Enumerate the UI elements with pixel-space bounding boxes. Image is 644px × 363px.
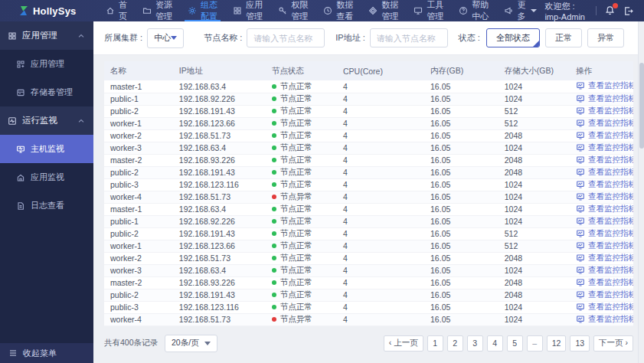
- chart-icon: [576, 315, 585, 324]
- status-dot-normal: [272, 133, 276, 138]
- nav-item-data-management[interactable]: 数据管理: [361, 0, 406, 21]
- cluster-label: 所属集群 :: [104, 32, 142, 44]
- prev-page-button[interactable]: ‹ 上一页: [384, 335, 423, 352]
- ip-input[interactable]: [370, 28, 448, 47]
- collapse-menu-label: 收起菜单: [23, 348, 57, 359]
- app-monitor-icon: [16, 173, 25, 182]
- view-metrics-link[interactable]: 查看监控指标: [576, 118, 633, 129]
- collapse-menu-button[interactable]: 收起菜单: [0, 343, 93, 363]
- page-button-1[interactable]: 1: [427, 335, 443, 352]
- cpu-cell: 4: [337, 252, 424, 264]
- sidebar-item-label: 应用监视: [31, 172, 64, 183]
- view-metrics-link[interactable]: 查看监控指标: [576, 228, 633, 239]
- sidebar-section-runtime-monitor-section[interactable]: 运行监视: [0, 106, 93, 135]
- page-button-4[interactable]: 4: [487, 335, 503, 352]
- view-metrics-link[interactable]: 查看监控指标: [576, 80, 633, 91]
- table-row: public-2192.168.191.43节点正常416.052048查看监控…: [104, 166, 633, 178]
- chart-icon: [576, 266, 585, 275]
- scrollbar-thumb[interactable]: [639, 63, 644, 149]
- nav-item-tools[interactable]: 工具管理: [406, 0, 451, 21]
- brand-logo[interactable]: HollySys: [0, 5, 93, 17]
- memory-cell: 16.05: [424, 129, 499, 142]
- view-metrics-link[interactable]: 查看监控指标: [576, 167, 633, 178]
- memory-cell: 16.05: [424, 276, 499, 289]
- table-row: worker-3192.168.63.4节点正常416.051024查看监控指标: [104, 142, 633, 154]
- nav-item-help-center[interactable]: 帮助中心: [451, 0, 496, 21]
- cluster-select[interactable]: 中心: [147, 28, 184, 48]
- view-metrics-link[interactable]: 查看监控指标: [576, 314, 633, 325]
- diamond-icon: [368, 6, 378, 15]
- view-metrics-label: 查看监控指标: [588, 253, 633, 263]
- status-dot-normal: [272, 219, 276, 224]
- table-row: public-2192.168.191.43节点正常416.05512查看监控指…: [104, 105, 633, 117]
- nav-item-label: 权限管理: [291, 0, 308, 22]
- status-option-3[interactable]: 异常: [587, 28, 624, 47]
- status-dot-normal: [272, 158, 276, 162]
- nav-item-configuration[interactable]: 组态配置: [180, 0, 225, 21]
- nav-item-label: 工具管理: [427, 0, 443, 22]
- view-metrics-link[interactable]: 查看监控指标: [576, 253, 633, 263]
- action-cell: 查看监控指标: [570, 203, 633, 215]
- status-dot-abnormal: [272, 195, 276, 199]
- sidebar-item-app-management[interactable]: 应用管理: [0, 50, 93, 78]
- nav-item-data-view[interactable]: 数据查看: [315, 0, 361, 21]
- page-button-12[interactable]: 12: [547, 335, 567, 352]
- node-name-input[interactable]: [247, 28, 325, 47]
- sidebar-section-app-management-section[interactable]: 应用管理: [0, 21, 93, 50]
- status-cell: 节点正常: [266, 142, 337, 154]
- nav-item-more[interactable]: 更多: [496, 0, 544, 21]
- chart-icon: [576, 204, 585, 214]
- memory-cell: 16.05: [424, 227, 499, 240]
- view-metrics-label: 查看监控指标: [588, 277, 633, 288]
- status-option-1[interactable]: 全部状态: [486, 28, 540, 47]
- nav-item-applications[interactable]: 应用管理: [225, 0, 270, 21]
- storage-cell: 1024: [499, 203, 570, 215]
- view-metrics-link[interactable]: 查看监控指标: [576, 302, 633, 312]
- cpu-cell: 4: [337, 129, 424, 142]
- vertical-scrollbar[interactable]: [638, 21, 644, 363]
- notification-bell-icon[interactable]: [605, 5, 615, 17]
- next-page-button[interactable]: 下一页 ›: [593, 335, 633, 352]
- view-metrics-link[interactable]: 查看监控指标: [576, 265, 633, 276]
- chart-icon: [576, 119, 585, 128]
- sidebar-item-app-monitor[interactable]: 应用监视: [0, 163, 93, 191]
- nav-item-resources[interactable]: 资源管理: [135, 0, 180, 21]
- sidebar-item-host-monitor[interactable]: 主机监视: [0, 135, 93, 163]
- view-metrics-link[interactable]: 查看监控指标: [576, 277, 633, 288]
- nav-item-permissions[interactable]: 权限管理: [270, 0, 315, 21]
- view-metrics-link[interactable]: 查看监控指标: [576, 191, 633, 202]
- column-header-5: 内存(GB): [424, 61, 499, 80]
- table-row: master-1192.168.63.4节点正常416.051024查看监控指标: [104, 80, 633, 93]
- ip-cell: 192.168.93.226: [173, 154, 266, 166]
- status-cell: 节点正常: [266, 252, 337, 264]
- storage-cell: 2048: [499, 154, 570, 166]
- view-metrics-link[interactable]: 查看监控指标: [576, 93, 633, 104]
- view-metrics-link[interactable]: 查看监控指标: [576, 179, 633, 190]
- cpu-cell: 4: [337, 276, 424, 289]
- page-button-13[interactable]: 13: [570, 335, 590, 352]
- sidebar-item-storage-volume[interactable]: 存储卷管理: [0, 78, 93, 106]
- page-size-select[interactable]: 20条/页: [165, 335, 217, 352]
- memory-cell: 16.05: [424, 178, 499, 191]
- view-metrics-label: 查看监控指标: [588, 118, 633, 129]
- column-header-3: 节点状态: [266, 61, 337, 80]
- status-option-2[interactable]: 正常: [545, 28, 582, 47]
- view-metrics-link[interactable]: 查看监控指标: [576, 289, 633, 300]
- page-button-5[interactable]: 5: [507, 335, 523, 352]
- view-metrics-link[interactable]: 查看监控指标: [576, 155, 633, 165]
- view-metrics-link[interactable]: 查看监控指标: [576, 130, 633, 141]
- sidebar-item-log-view[interactable]: 日志查看: [0, 191, 93, 220]
- storage-cell: 512: [499, 240, 570, 252]
- view-metrics-link[interactable]: 查看监控指标: [576, 204, 633, 214]
- logout-icon[interactable]: [623, 6, 633, 16]
- page-button-2[interactable]: 2: [447, 335, 463, 352]
- view-metrics-link[interactable]: 查看监控指标: [576, 106, 633, 116]
- view-metrics-link[interactable]: 查看监控指标: [576, 240, 633, 251]
- nav-item-home[interactable]: 首页: [98, 0, 135, 21]
- page-button-3[interactable]: 3: [467, 335, 483, 352]
- cpu-cell: 4: [337, 227, 424, 240]
- node-name-cell: worker-3: [104, 142, 173, 154]
- view-metrics-link[interactable]: 查看监控指标: [576, 216, 633, 227]
- status-label: 状态 :: [459, 32, 480, 44]
- view-metrics-link[interactable]: 查看监控指标: [576, 142, 633, 153]
